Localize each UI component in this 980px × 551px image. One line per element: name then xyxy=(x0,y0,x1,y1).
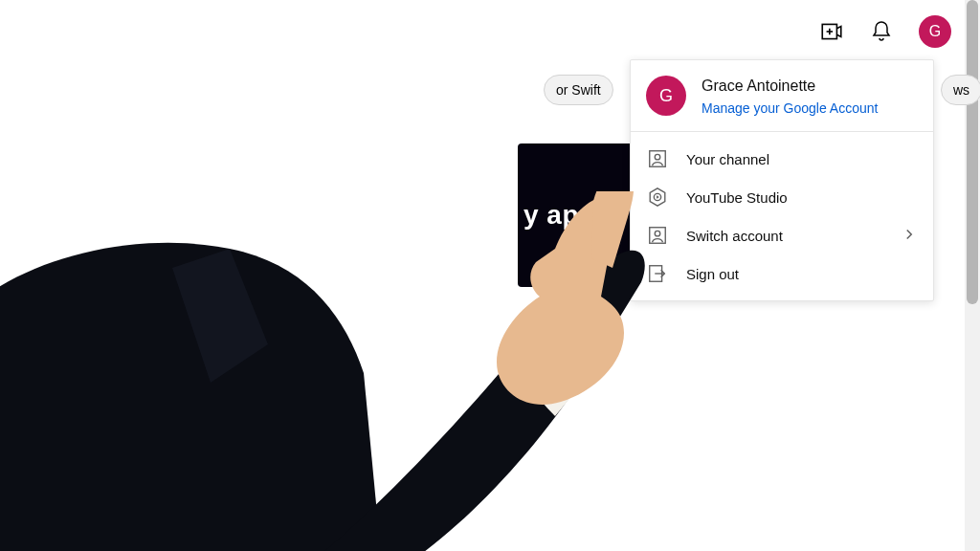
filter-chip[interactable]: or Swift xyxy=(544,75,613,105)
topbar: G xyxy=(819,15,951,48)
sign-out-item[interactable]: Sign out xyxy=(631,254,933,293)
filter-chip[interactable]: ws xyxy=(941,75,980,105)
notifications-icon[interactable] xyxy=(869,19,894,44)
account-info: Grace Antoinette Manage your Google Acco… xyxy=(702,76,878,116)
switch-account-icon xyxy=(646,224,669,247)
manage-account-link[interactable]: Manage your Google Account xyxy=(702,100,878,116)
sign-out-icon xyxy=(646,262,669,285)
svg-rect-3 xyxy=(650,151,666,167)
account-menu-header: G Grace Antoinette Manage your Google Ac… xyxy=(631,60,933,132)
your-channel-item[interactable]: Your channel xyxy=(631,140,933,178)
menu-item-label: Your channel xyxy=(686,151,769,167)
youtube-studio-item[interactable]: YouTube Studio xyxy=(631,178,933,216)
svg-marker-7 xyxy=(657,195,659,199)
youtube-studio-icon xyxy=(646,186,669,209)
account-name: Grace Antoinette xyxy=(702,76,878,97)
chevron-right-icon xyxy=(901,226,918,246)
menu-item-label: Sign out xyxy=(686,266,739,282)
account-avatar-button[interactable]: G xyxy=(919,15,951,48)
chip-label: ws xyxy=(953,82,969,98)
menu-item-label: YouTube Studio xyxy=(686,189,788,206)
scrollbar-thumb[interactable] xyxy=(967,0,978,304)
account-avatar-large: G xyxy=(646,76,686,116)
svg-point-4 xyxy=(655,154,660,160)
svg-rect-8 xyxy=(650,228,666,244)
create-icon[interactable] xyxy=(819,19,844,44)
chip-label: or Swift xyxy=(556,82,601,98)
thumbnail-text: y app xyxy=(523,200,596,231)
avatar-initial: G xyxy=(659,86,673,106)
menu-item-label: Switch account xyxy=(686,228,783,244)
your-channel-icon xyxy=(646,147,669,170)
svg-point-9 xyxy=(655,231,660,236)
account-menu-list: Your channel YouTube Studio Switch a xyxy=(631,132,933,293)
account-menu: G Grace Antoinette Manage your Google Ac… xyxy=(630,59,934,301)
switch-account-item[interactable]: Switch account xyxy=(631,216,933,254)
avatar-initial: G xyxy=(929,23,941,40)
